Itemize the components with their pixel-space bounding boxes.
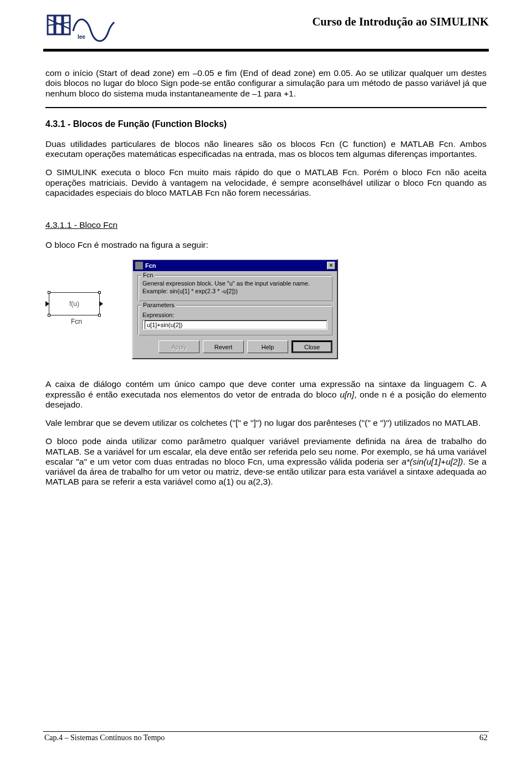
expression-label: Expression: xyxy=(142,312,328,318)
logo: lee xyxy=(43,11,115,45)
section-heading-431: 4.3.1 - Blocos de Função (Function Block… xyxy=(45,119,487,129)
groupbox-fcn-desc: General expression block. Use "u" as the… xyxy=(142,279,328,296)
figure-row: f(u) Fcn Fcn × Fcn General expressi xyxy=(45,259,487,360)
fcn-dialog: Fcn × Fcn General expression block. Use … xyxy=(132,259,338,360)
help-button[interactable]: Help xyxy=(247,340,288,353)
header-rule xyxy=(43,49,489,52)
dialog-button-row: Apply Revert Help Close xyxy=(137,339,332,353)
input-port-icon xyxy=(45,301,49,307)
para-4311-1: O bloco Fcn é mostrado na figura a segui… xyxy=(45,240,487,250)
after-fig-p1: A caixa de diálogo contém um único campo… xyxy=(45,379,487,410)
footer-chapter: Cap.4 – Sistemas Contínuos no Tempo xyxy=(44,733,165,742)
groupbox-fcn-legend: Fcn xyxy=(141,272,155,278)
groupbox-params-legend: Parameters xyxy=(141,302,176,308)
content: com o início (Start of dead zone) em –0.… xyxy=(43,68,489,729)
selection-handle xyxy=(98,314,101,317)
dialog-body: Fcn General expression block. Use "u" as… xyxy=(133,271,337,359)
para-431-2: O SIMULINK executa o bloco Fcn muito mai… xyxy=(45,167,487,198)
subsection-title: Bloco Fcn xyxy=(79,220,117,230)
expression-input-value: u[1]+sin(u[2]) xyxy=(147,320,183,329)
close-button[interactable]: Close xyxy=(291,340,332,353)
revert-button[interactable]: Revert xyxy=(203,340,244,353)
groupbox-fcn: Fcn General expression block. Use "u" as… xyxy=(137,275,332,302)
expression-input[interactable]: u[1]+sin(u[2]) xyxy=(142,320,328,330)
italic-expr: a*(sin(u[1]+u[2]) xyxy=(402,457,463,466)
dialog-titlebar[interactable]: Fcn × xyxy=(133,260,337,271)
subsection-heading-4311: 4.3.1.1 - Bloco Fcn xyxy=(45,220,487,230)
svg-text:lee: lee xyxy=(78,34,85,40)
selection-handle xyxy=(98,291,101,294)
footer-page-number: 62 xyxy=(479,733,488,742)
para-431-1: Duas utilidades particulares de blocos n… xyxy=(45,139,487,160)
section-divider xyxy=(45,107,487,108)
selection-handle xyxy=(48,314,50,317)
page: lee Curso de Introdução ao SIMULINK com … xyxy=(0,0,532,759)
italic-un: u[n] xyxy=(340,390,354,399)
dialog-app-icon xyxy=(135,262,143,269)
fcn-block-caption: Fcn xyxy=(49,318,104,325)
selection-handle xyxy=(48,291,50,294)
close-icon[interactable]: × xyxy=(327,262,335,269)
apply-button[interactable]: Apply xyxy=(158,340,200,353)
subsection-number: 4.3.1.1 - xyxy=(45,220,79,230)
fcn-block-diagram: f(u) Fcn xyxy=(49,292,104,325)
output-port-icon xyxy=(99,301,103,307)
after-fig-p2: Vale lembrar que se devem utilizar os co… xyxy=(45,418,487,428)
fcn-block-label: f(u) xyxy=(69,300,79,308)
fcn-block-box: f(u) xyxy=(49,292,100,315)
page-header: lee Curso de Introdução ao SIMULINK xyxy=(43,11,489,45)
page-footer: Cap.4 – Sistemas Contínuos no Tempo 62 xyxy=(43,732,489,742)
after-fig-p3: O bloco pode ainda utilizar como parâmet… xyxy=(45,436,487,487)
groupbox-parameters: Parameters Expression: u[1]+sin(u[2]) xyxy=(137,305,332,335)
dialog-title: Fcn xyxy=(145,262,156,269)
course-title: Curso de Introdução ao SIMULINK xyxy=(312,16,489,28)
intro-paragraph: com o início (Start of dead zone) em –0.… xyxy=(45,68,487,99)
